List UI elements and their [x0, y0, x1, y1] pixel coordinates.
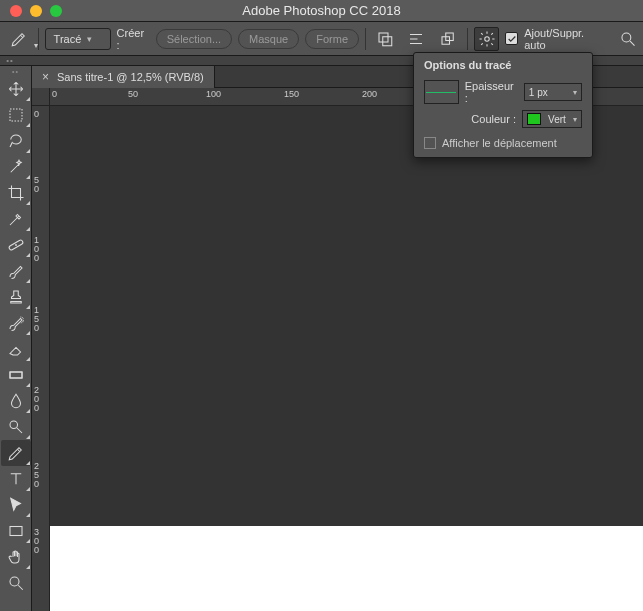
current-tool-indicator[interactable]: ▾: [6, 28, 32, 50]
svg-rect-0: [379, 33, 388, 42]
rectangle-tool[interactable]: [1, 518, 31, 544]
tools-grip-icon[interactable]: ••: [0, 68, 31, 76]
canvas-document: [50, 526, 643, 611]
options-bar: ▾ Tracé ▾ Créer : Sélection... Masque Fo…: [0, 22, 643, 56]
vertical-ruler[interactable]: 050100150200250300: [32, 106, 50, 611]
color-select[interactable]: Vert▾: [522, 110, 582, 128]
blur-tool[interactable]: [1, 388, 31, 414]
dodge-icon: [7, 418, 25, 436]
path-options-popover: Options du tracé Epaisseur : 1 px▾ Coule…: [413, 52, 593, 158]
tool-mode-dropdown[interactable]: Tracé ▾: [45, 28, 111, 50]
bandage-icon: [7, 236, 25, 254]
dodge-tool[interactable]: [1, 414, 31, 440]
eyedropper-icon: [7, 210, 25, 228]
svg-point-8: [16, 245, 17, 246]
canvas[interactable]: [50, 106, 643, 611]
rectangle-icon: [7, 522, 25, 540]
type-icon: [7, 470, 25, 488]
hand-tool[interactable]: [1, 544, 31, 570]
svg-point-13: [10, 577, 19, 586]
pen-tool[interactable]: [1, 440, 31, 466]
clone-stamp-tool[interactable]: [1, 284, 31, 310]
pen-icon: [7, 444, 25, 462]
close-window-button[interactable]: [10, 5, 22, 17]
lasso-icon: [7, 132, 25, 150]
hand-icon: [7, 548, 25, 566]
droplet-icon: [7, 392, 25, 410]
svg-rect-6: [10, 109, 22, 121]
lasso-tool[interactable]: [1, 128, 31, 154]
show-move-checkbox[interactable]: [424, 137, 436, 149]
svg-rect-12: [10, 527, 22, 536]
align-icon: [407, 30, 425, 48]
zoom-icon: [7, 574, 25, 592]
eraser-tool[interactable]: [1, 336, 31, 362]
eyedropper-tool[interactable]: [1, 206, 31, 232]
crop-icon: [7, 184, 25, 202]
auto-add-delete-checkbox[interactable]: [505, 32, 518, 45]
brush-tool[interactable]: [1, 258, 31, 284]
tools-panel: ••: [0, 66, 32, 611]
create-label: Créer :: [117, 27, 150, 51]
path-operations-button[interactable]: [372, 27, 398, 51]
path-selection-tool[interactable]: [1, 492, 31, 518]
type-tool[interactable]: [1, 466, 31, 492]
stamp-icon: [7, 288, 25, 306]
maximize-window-button[interactable]: [50, 5, 62, 17]
brush-icon: [7, 262, 25, 280]
crop-tool[interactable]: [1, 180, 31, 206]
grip-icon[interactable]: ••: [0, 56, 20, 65]
create-selection-button[interactable]: Sélection...: [156, 29, 232, 49]
pen-tool-icon: [10, 30, 28, 48]
svg-rect-1: [383, 36, 392, 45]
auto-add-delete-label: Ajout/Suppr. auto: [524, 27, 607, 51]
ruler-origin[interactable]: [32, 88, 50, 106]
minimize-window-button[interactable]: [30, 5, 42, 17]
path-arrangement-button[interactable]: [435, 27, 461, 51]
window-controls: [0, 5, 62, 17]
thickness-select[interactable]: 1 px▾: [524, 83, 582, 101]
move-tool[interactable]: [1, 76, 31, 102]
tool-mode-value: Tracé: [54, 33, 82, 45]
popover-title: Options du tracé: [414, 53, 592, 77]
color-label: Couleur :: [471, 113, 516, 125]
path-alignment-button[interactable]: [404, 27, 430, 51]
magic-wand-tool[interactable]: [1, 154, 31, 180]
healing-tool[interactable]: [1, 232, 31, 258]
search-icon[interactable]: [619, 30, 637, 48]
marquee-icon: [7, 106, 25, 124]
check-icon: [507, 34, 517, 44]
window-titlebar: Adobe Photoshop CC 2018: [0, 0, 643, 22]
path-preview: [424, 80, 459, 104]
document-tab-title: Sans titre-1 @ 12,5% (RVB/8): [57, 71, 204, 83]
show-move-label: Afficher le déplacement: [442, 137, 557, 149]
gear-icon: [478, 30, 496, 48]
create-mask-button[interactable]: Masque: [238, 29, 299, 49]
zoom-tool[interactable]: [1, 570, 31, 596]
history-brush-icon: [7, 314, 25, 332]
cursor-icon: [7, 496, 25, 514]
svg-point-4: [484, 36, 489, 41]
wand-icon: [7, 158, 25, 176]
path-ops-icon: [376, 30, 394, 48]
history-brush-tool[interactable]: [1, 310, 31, 336]
move-icon: [7, 80, 25, 98]
arrange-icon: [439, 30, 457, 48]
svg-rect-9: [10, 372, 22, 378]
eraser-icon: [7, 340, 25, 358]
thickness-label: Epaisseur :: [465, 80, 518, 104]
svg-point-11: [10, 421, 18, 429]
create-shape-button[interactable]: Forme: [305, 29, 359, 49]
app-title: Adobe Photoshop CC 2018: [0, 3, 643, 18]
marquee-tool[interactable]: [1, 102, 31, 128]
gradient-icon: [7, 366, 25, 384]
document-tab[interactable]: × Sans titre-1 @ 12,5% (RVB/8): [32, 66, 215, 88]
svg-rect-10: [10, 372, 22, 378]
svg-point-5: [622, 33, 631, 42]
gradient-tool[interactable]: [1, 362, 31, 388]
color-swatch: [527, 113, 541, 125]
close-tab-icon[interactable]: ×: [42, 70, 49, 84]
path-options-gear-button[interactable]: [474, 27, 500, 51]
